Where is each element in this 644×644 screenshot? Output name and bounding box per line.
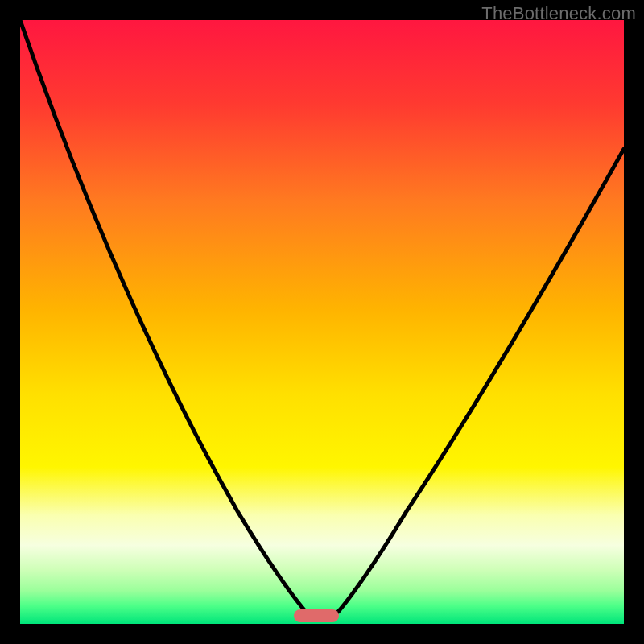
chart-plot-area xyxy=(20,20,624,624)
chart-stage: { "attribution": "TheBottleneck.com", "p… xyxy=(0,0,644,644)
chart-right-curve xyxy=(338,149,624,612)
chart-curves-svg xyxy=(20,20,624,624)
chart-left-curve xyxy=(20,20,306,612)
chart-optimum-marker xyxy=(294,609,339,622)
attribution-label: TheBottleneck.com xyxy=(481,3,636,24)
